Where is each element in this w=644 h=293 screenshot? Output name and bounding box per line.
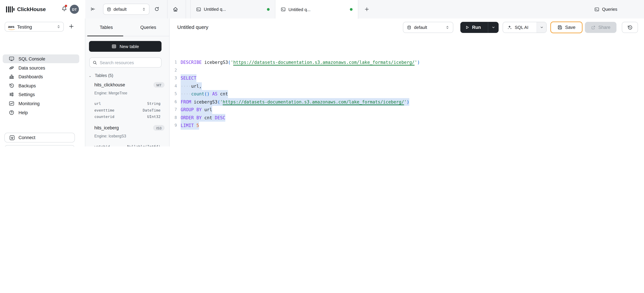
chevron-updown-icon (57, 25, 60, 29)
sql-ai-label: SQL AI (515, 25, 528, 30)
run-label: Run (472, 25, 481, 30)
chevron-updown-icon (142, 7, 146, 12)
tables-section-label: Tables (5) (95, 73, 113, 78)
table-name: hits_clickhouse (94, 82, 125, 87)
line-number: 2 (170, 66, 177, 74)
share-icon (591, 25, 596, 30)
sparkles-icon (507, 25, 512, 30)
share-button[interactable]: Share (585, 22, 616, 33)
database-selector-value: default (414, 25, 427, 30)
sidebar-item-monitoring[interactable]: Monitoring (3, 99, 79, 108)
run-options-chevron[interactable] (488, 22, 498, 33)
search-resources-input[interactable]: Search resources (89, 58, 162, 68)
line-number: 6 (170, 98, 177, 106)
engine-badge: MT (154, 82, 164, 88)
notification-dot (65, 5, 67, 7)
column-list: urlStringeventtimeDateTimecounteridUInt3… (94, 101, 160, 120)
explorer-panel: Tables Queries New table Search resource… (85, 19, 170, 147)
clickhouse-logo-icon (6, 6, 14, 12)
add-service-plus-icon[interactable] (68, 24, 74, 29)
sidebar-item-backups[interactable]: Backups (3, 81, 79, 90)
database-selector-top[interactable]: default (103, 4, 150, 15)
line-number: 4 (170, 82, 177, 90)
schema-column-row: eventtimeDateTime (94, 107, 160, 114)
chart-line-icon (9, 101, 14, 106)
brand-name: ClickHouse (17, 6, 46, 12)
save-icon (557, 25, 562, 30)
schema-column-row: watchidNullable(Int64) (94, 143, 160, 147)
workspace-name: Testing (17, 24, 32, 30)
avatar[interactable]: DT (70, 5, 79, 14)
line-number: 5 (170, 90, 177, 98)
chevron-down-icon: ⌄ (89, 74, 92, 78)
sidebar-item-label: Data sources (18, 65, 45, 70)
new-table-button[interactable]: New table (89, 41, 162, 52)
query-history-button[interactable] (622, 22, 638, 33)
queries-button-label: Queries (602, 7, 617, 12)
engine-label: Engine: IcebergS3 (94, 134, 126, 138)
query-tab-1-label: Untitled q... (204, 7, 226, 12)
tables-section-header[interactable]: ⌄ Tables (5) (89, 73, 113, 78)
topbar-divider (167, 0, 168, 19)
ask-ai-button[interactable]: Ask AI (4, 145, 75, 147)
save-button[interactable]: Save (550, 22, 582, 33)
schema-column-row: counteridUInt32 (94, 114, 160, 120)
table-item-hits-iceberg[interactable]: hits_iceberg IS3 (94, 125, 164, 131)
app-window: ClickHouse DT default Untitled q... (0, 0, 644, 147)
question-circle-icon (9, 110, 14, 115)
sidebar-item-settings[interactable]: Settings (3, 90, 79, 99)
sql-editor[interactable]: 1DESCRIBE icebergS3('https://datasets-do… (170, 36, 644, 147)
sidebar-item-data-sources[interactable]: Data sources (3, 64, 79, 72)
engine-label: Engine: MergeTree (94, 91, 127, 95)
query-title[interactable]: Untitled query (177, 24, 208, 30)
home-icon[interactable] (172, 7, 178, 12)
wifi-icon (10, 135, 15, 140)
top-bar: ClickHouse DT default Untitled q... (0, 0, 644, 19)
sidebar-item-sql-console[interactable]: SQL Console (3, 55, 79, 63)
play-icon (465, 25, 470, 30)
collapse-sidebar-icon[interactable] (90, 7, 96, 12)
queries-button[interactable]: Queries (594, 0, 617, 19)
refresh-icon[interactable] (154, 7, 160, 12)
topbar-divider2 (186, 0, 186, 19)
new-tab-plus-icon[interactable] (364, 7, 369, 12)
sidebar-item-label: SQL Console (18, 56, 45, 61)
sidebar-item-label: Help (18, 110, 28, 115)
table-name: hits_iceberg (94, 125, 119, 130)
query-tab-1[interactable]: Untitled q... (190, 0, 275, 19)
connect-label: Connect (18, 135, 36, 140)
run-button[interactable]: Run (460, 22, 498, 33)
database-selector-editor[interactable]: default (403, 22, 453, 33)
query-tab-2-active[interactable]: Untitled q... (275, 0, 358, 19)
aws-logo-icon: aws (8, 25, 14, 28)
column-list: watchidNullable(Int64)javaenableNullable… (94, 143, 160, 147)
query-toolbar: Untitled query default Run SQL AI (170, 19, 644, 36)
table-item-hits-clickhouse[interactable]: hits_clickhouse MT (94, 82, 164, 88)
tab-queries[interactable]: Queries (127, 19, 169, 36)
tab-tables[interactable]: Tables (85, 19, 127, 36)
new-table-label: New table (120, 44, 139, 49)
sidebar-item-label: Backups (18, 83, 36, 88)
sql-ai-button[interactable]: SQL AI (503, 22, 547, 33)
monitor-icon (9, 56, 14, 62)
sidebar-item-help[interactable]: Help (3, 108, 79, 117)
sliders-icon (9, 92, 14, 97)
bar-chart-icon (9, 74, 14, 79)
line-number: 9 (170, 122, 177, 130)
database-selector-value: default (114, 7, 126, 12)
engine-badge: IS3 (153, 125, 164, 131)
sidebar-item-label: Dashboards (18, 74, 43, 79)
table-grid-icon (112, 44, 116, 49)
save-label: Save (565, 25, 576, 30)
sidebar-item-label: Settings (18, 92, 35, 97)
sidebar-item-dashboards[interactable]: Dashboards (3, 72, 79, 81)
line-number: 3 (170, 74, 177, 82)
share-label: Share (598, 25, 610, 30)
sql-ai-chevron[interactable] (536, 22, 546, 33)
line-number: 1 (170, 59, 177, 66)
workspace-selector[interactable]: aws Testing (5, 22, 64, 32)
connect-button[interactable]: Connect (4, 133, 75, 142)
explorer-tabs: Tables Queries (85, 19, 169, 36)
history-icon (627, 25, 632, 30)
schema-column-row: urlString (94, 101, 160, 107)
